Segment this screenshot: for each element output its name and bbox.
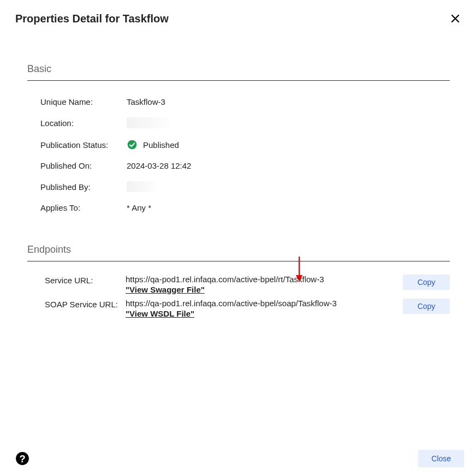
copy-soap-button[interactable]: Copy	[403, 299, 450, 314]
row-pub-by: Published By:	[27, 176, 450, 198]
divider	[27, 261, 450, 261]
divider	[27, 80, 450, 81]
value-pub-on: 2024-03-28 12:42	[127, 161, 191, 170]
row-pub-on: Published On: 2024-03-28 12:42	[27, 156, 450, 176]
row-applies-to: Applies To: * Any *	[27, 198, 450, 218]
value-location	[127, 117, 169, 128]
label-pub-on: Published On:	[40, 161, 127, 170]
value-applies-to: * Any *	[127, 203, 151, 212]
row-pub-status: Publication Status: Published	[27, 134, 450, 156]
link-view-wsdl[interactable]: "View WSDL File"	[126, 309, 397, 318]
label-applies-to: Applies To:	[40, 203, 127, 212]
value-soap-url: https://qa-pod1.rel.infaqa.com/active-bp…	[126, 299, 337, 308]
dialog-title: Properties Detail for Taskflow	[15, 13, 169, 25]
value-unique-name: Taskflow-3	[127, 97, 165, 106]
label-unique-name: Unique Name:	[40, 97, 127, 106]
row-location: Location:	[27, 112, 450, 134]
section-endpoints-heading: Endpoints	[27, 244, 450, 255]
value-pub-by	[127, 181, 156, 192]
label-service-url: Service URL:	[45, 275, 126, 285]
redacted-pub-by	[127, 181, 156, 192]
link-view-swagger[interactable]: "View Swagger File"	[126, 285, 397, 294]
value-service-url: https://qa-pod1.rel.infaqa.com/active-bp…	[126, 275, 324, 284]
svg-text:?: ?	[19, 453, 25, 465]
close-button[interactable]: Close	[418, 450, 464, 467]
row-unique-name: Unique Name: Taskflow-3	[27, 92, 450, 112]
redacted-location	[127, 117, 169, 128]
value-pub-status: Published	[143, 140, 179, 150]
svg-point-0	[128, 140, 137, 150]
label-location: Location:	[40, 118, 127, 128]
help-icon[interactable]: ?	[15, 451, 29, 466]
label-pub-status: Publication Status:	[40, 140, 127, 150]
copy-service-button[interactable]: Copy	[403, 275, 450, 290]
label-soap-url: SOAP Service URL:	[45, 299, 126, 309]
close-icon[interactable]	[448, 11, 463, 26]
row-service-url: Service URL: https://qa-pod1.rel.infaqa.…	[27, 272, 450, 296]
check-circle-icon	[127, 139, 138, 150]
section-basic-heading: Basic	[27, 63, 450, 75]
label-pub-by: Published By:	[40, 182, 127, 192]
row-soap-url: SOAP Service URL: https://qa-pod1.rel.in…	[27, 296, 450, 320]
